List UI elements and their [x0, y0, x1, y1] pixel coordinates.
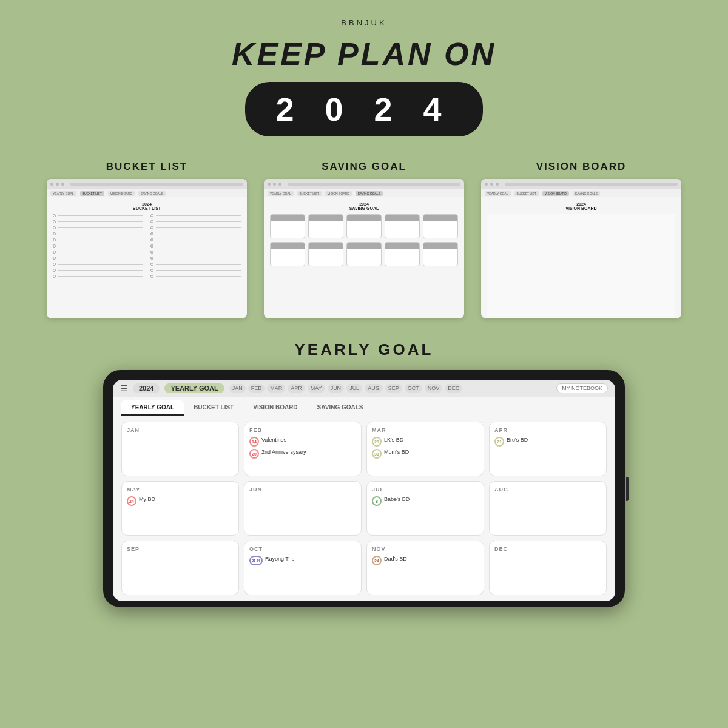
cal-cell-jan: JAN: [121, 422, 239, 476]
tab-vision: VISION BOARD: [325, 191, 352, 196]
event-text-lk-bd: LK's BD: [384, 437, 403, 444]
cal-month-apr: APR: [494, 427, 601, 433]
bucket-line: [53, 275, 143, 278]
tab-saving: SAVING GOALS: [356, 191, 383, 196]
tab-yearly: YEARLY GOAL: [485, 191, 511, 196]
nav-month-feb[interactable]: FEB: [248, 384, 265, 393]
cal-event-lk-bd: 29 LK's BD: [372, 437, 479, 447]
tablet-screen: ☰ 2024 YEARLY GOAL JAN FEB MAR APR MAY J…: [113, 380, 615, 601]
cal-cell-sep: SEP: [121, 541, 239, 595]
cal-cell-nov: NOV 24 Dad's BD: [366, 541, 484, 595]
cal-event-bro-bd: 21 Bro's BD: [494, 437, 601, 447]
nav-month-dec[interactable]: DEC: [445, 384, 462, 393]
bucket-line: [150, 257, 241, 260]
saving-goal-card-wrapper: SAVING GOAL YEARLY GOAL BUCKET LIST VISI…: [264, 161, 464, 318]
subtab-vision[interactable]: VISION BOARD: [243, 400, 307, 416]
saving-slot: [270, 214, 305, 238]
cal-event-anniversary: 20 2nd Anniversysary: [249, 449, 356, 459]
tablet-nav: ☰ 2024 YEARLY GOAL JAN FEB MAR APR MAY J…: [113, 380, 615, 397]
nav-month-aug[interactable]: AUG: [365, 384, 383, 393]
saving-slot: [423, 214, 458, 238]
saving-slot: [423, 242, 458, 266]
yearly-section: YEARLY GOAL ☰ 2024 YEARLY GOAL JAN FEB M…: [24, 340, 704, 716]
bucket-title: 2024BUCKET LIST: [53, 202, 241, 211]
cal-month-mar: MAR: [372, 427, 479, 433]
year-badge: 2 0 2 4: [245, 82, 482, 136]
nav-year[interactable]: 2024: [133, 383, 160, 393]
cal-event-babe-bd: 8 Babe's BD: [372, 496, 479, 506]
vision-board-card: YEARLY GOAL BUCKET LIST VISION BOARD SAV…: [481, 179, 681, 318]
saving-content: 2024SAVING GOAL: [264, 197, 464, 318]
hero-title: KEEP PLAN ON: [232, 36, 496, 72]
nav-notebook[interactable]: MY NOTEBOOK: [556, 383, 608, 393]
cal-month-jul: JUL: [372, 487, 479, 493]
cal-month-feb: FEB: [249, 427, 356, 433]
tab-saving: SAVING GOALS: [138, 191, 166, 196]
nav-months: JAN FEB MAR APR MAY JUN JUL AUG SEP OCT …: [229, 384, 551, 393]
bucket-line: [150, 214, 241, 217]
bucket-line: [150, 232, 241, 235]
event-text-dad-bd: Dad's BD: [384, 556, 407, 563]
nav-month-apr[interactable]: APR: [288, 384, 305, 393]
cal-month-jan: JAN: [127, 427, 234, 433]
vision-board-label: VISION BOARD: [536, 161, 627, 173]
event-date-29: 29: [372, 437, 382, 447]
cards-section: BUCKET LIST YEARLY GOAL BUCKET LIST VISI…: [24, 161, 704, 318]
event-text-babe-bd: Babe's BD: [384, 496, 410, 504]
bucket-line: [53, 251, 143, 254]
nav-active-tab[interactable]: YEARLY GOAL: [164, 383, 224, 393]
nav-month-nov[interactable]: NOV: [425, 384, 443, 393]
dot3: [61, 183, 64, 186]
cal-cell-aug: AUG: [489, 481, 607, 536]
event-text-rayong: Rayong Trip: [265, 556, 295, 563]
cal-month-dec: DEC: [494, 546, 601, 552]
bucket-line: [53, 257, 143, 260]
cal-event-dad-bd: 24 Dad's BD: [372, 556, 479, 565]
bucket-line: [150, 244, 241, 248]
nav-month-oct[interactable]: OCT: [405, 384, 422, 393]
dot2: [273, 183, 276, 186]
subtab-yearly[interactable]: YEARLY GOAL: [121, 400, 184, 416]
nav-month-jun[interactable]: JUN: [328, 384, 345, 393]
bucket-line: [150, 251, 241, 254]
saving-slot: [385, 242, 420, 266]
event-date-31: 31: [372, 449, 382, 459]
tab-bucket: BUCKET LIST: [514, 191, 539, 196]
tablet-subtabs: YEARLY GOAL BUCKET LIST VISION BOARD SAV…: [113, 397, 615, 416]
bucket-line: [53, 214, 143, 217]
event-text-valentines: Valentines: [261, 437, 286, 444]
tablet-frame: ☰ 2024 YEARLY GOAL JAN FEB MAR APR MAY J…: [103, 370, 625, 607]
page-wrapper: BBNJUK KEEP PLAN ON 2 0 2 4 BUCKET LIST …: [0, 0, 728, 728]
card-tabs: YEARLY GOAL BUCKET LIST VISION BOARD SAV…: [47, 189, 247, 197]
nav-month-mar[interactable]: MAR: [267, 384, 285, 393]
bucket-line: [53, 269, 143, 272]
dot2: [490, 183, 493, 186]
saving-grid: [270, 214, 458, 266]
vision-empty: [487, 214, 675, 318]
tablet-side-button: [626, 477, 629, 501]
dot1: [268, 183, 271, 186]
saving-title: 2024SAVING GOAL: [270, 202, 458, 211]
bucket-line: [53, 244, 143, 248]
event-date-8: 8: [372, 496, 382, 506]
subtab-bucket[interactable]: BUCKET LIST: [184, 400, 243, 416]
nav-month-jan[interactable]: JAN: [229, 384, 246, 393]
cal-event-my-bd: 24 My BD: [127, 496, 234, 506]
nav-month-sep[interactable]: SEP: [385, 384, 402, 393]
cal-cell-feb: FEB 14 Valentines 20 2nd Anniversysary: [244, 422, 362, 476]
nav-month-jul[interactable]: JUL: [346, 384, 362, 393]
saving-slot: [308, 242, 343, 266]
vision-title: 2024VISION BOARD: [487, 202, 675, 211]
bucket-line: [150, 226, 241, 229]
nav-month-may[interactable]: MAY: [308, 384, 325, 393]
subtab-saving[interactable]: SAVING GOALS: [308, 400, 373, 416]
tab-bucket: BUCKET LIST: [80, 191, 104, 196]
saving-slot: [346, 214, 382, 238]
hamburger-icon[interactable]: ☰: [120, 383, 128, 393]
saving-slot: [385, 214, 420, 238]
bucket-line: [150, 263, 241, 266]
cal-event-valentines: 14 Valentines: [249, 437, 356, 447]
vision-board-card-wrapper: VISION BOARD YEARLY GOAL BUCKET LIST VIS…: [481, 161, 681, 318]
dot1: [485, 183, 488, 186]
bucket-line: [53, 226, 143, 229]
